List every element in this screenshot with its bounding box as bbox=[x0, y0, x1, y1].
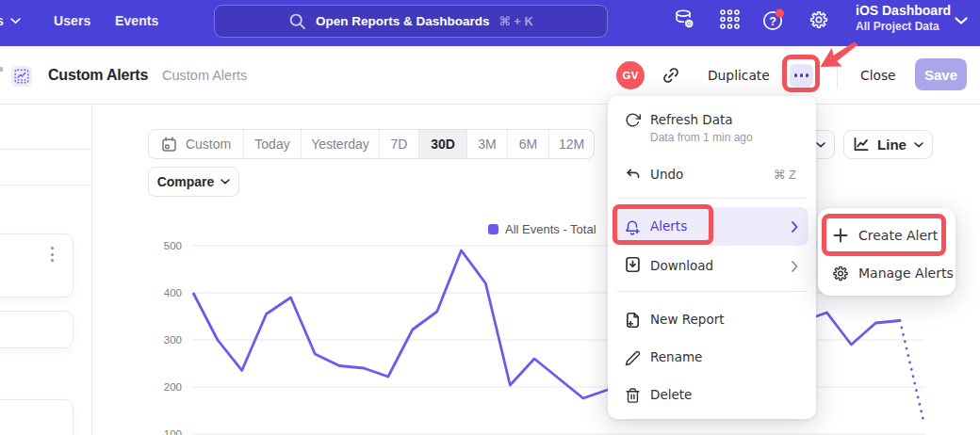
undo-icon bbox=[624, 166, 641, 183]
report-header: Custom Alerts Custom Alerts GV Duplicate… bbox=[0, 46, 980, 105]
project-scope: All Project Data bbox=[856, 20, 951, 33]
chevron-right-icon bbox=[792, 261, 798, 272]
help-icon: ? bbox=[761, 8, 786, 32]
nav-item-boards-partial[interactable]: s bbox=[0, 0, 21, 41]
legend-label: All Events - Total bbox=[505, 222, 596, 236]
help-button[interactable]: ? bbox=[761, 8, 786, 32]
save-button[interactable]: Save bbox=[915, 58, 967, 90]
svg-text:?: ? bbox=[769, 14, 776, 27]
more-options-menu: Refresh Data Data from 1 min ago Undo ⌘ … bbox=[608, 96, 816, 419]
download-icon bbox=[624, 256, 641, 273]
svg-text:400: 400 bbox=[164, 287, 182, 298]
chevron-down-icon bbox=[220, 179, 230, 185]
menu-divider bbox=[616, 198, 808, 199]
database-icon bbox=[674, 8, 695, 30]
line-chart-icon bbox=[853, 137, 870, 153]
chevron-down-icon bbox=[10, 18, 21, 24]
sidebar-row-divider bbox=[0, 185, 92, 185]
gear-icon bbox=[808, 9, 829, 30]
share-link-button[interactable] bbox=[662, 66, 680, 85]
search-placeholder: Open Reports & Dashboards bbox=[316, 14, 490, 28]
keyboard-shortcut: ⌘ Z bbox=[773, 168, 796, 182]
calendar-icon bbox=[161, 137, 177, 153]
date-range-6m[interactable]: 6M bbox=[508, 130, 549, 158]
link-icon bbox=[662, 66, 680, 85]
report-icon bbox=[11, 66, 32, 87]
search-shortcut: ⌘ + K bbox=[499, 14, 533, 28]
kebab-menu-icon[interactable] bbox=[51, 247, 54, 262]
chart-type-dropdown[interactable]: Line bbox=[843, 130, 933, 159]
svg-text:500: 500 bbox=[164, 240, 182, 251]
menu-item-refresh-data[interactable]: Refresh Data Data from 1 min ago bbox=[608, 105, 816, 149]
date-range-today[interactable]: Today bbox=[244, 130, 302, 158]
breadcrumb: Custom Alerts bbox=[162, 46, 247, 105]
date-range-12m[interactable]: 12M bbox=[549, 130, 594, 158]
project-selector[interactable]: iOS Dashboard All Project Data bbox=[856, 3, 951, 33]
top-navbar: s Users Events Open Reports & Dashboards… bbox=[0, 0, 980, 46]
sidebar-card[interactable] bbox=[0, 399, 74, 435]
avatar[interactable]: GV bbox=[616, 61, 645, 89]
date-range-30d[interactable]: 30D bbox=[419, 130, 467, 158]
pencil-icon bbox=[624, 349, 641, 366]
svg-text:300: 300 bbox=[164, 334, 182, 346]
sidebar-card[interactable] bbox=[0, 311, 74, 348]
chevron-right-icon bbox=[792, 221, 798, 233]
submenu-item-manage-alerts[interactable]: Manage Alerts bbox=[818, 254, 956, 292]
chevron-down-icon bbox=[955, 17, 968, 25]
sidebar-card[interactable] bbox=[0, 234, 74, 298]
chevron-down-icon bbox=[816, 142, 825, 148]
refresh-icon bbox=[624, 111, 641, 128]
date-range-control: Custom Today Yesterday 7D 30D 3M 6M 12M bbox=[148, 129, 595, 159]
date-range-7d[interactable]: 7D bbox=[380, 130, 419, 158]
sidebar-row-divider bbox=[0, 149, 92, 150]
project-name: iOS Dashboard bbox=[856, 3, 951, 18]
date-range-yesterday[interactable]: Yesterday bbox=[302, 130, 380, 158]
annotation-box-more-button bbox=[782, 55, 820, 92]
menu-item-download[interactable]: Download bbox=[608, 249, 816, 284]
gear-icon bbox=[832, 265, 849, 282]
query-builder-sidebar bbox=[0, 105, 92, 435]
apps-grid-icon bbox=[719, 8, 741, 30]
insights-chart-icon bbox=[14, 69, 29, 84]
data-management-button[interactable] bbox=[672, 8, 696, 32]
compare-button[interactable]: Compare bbox=[148, 167, 239, 197]
menu-item-sublabel: Data from 1 min ago bbox=[650, 131, 753, 144]
trash-icon bbox=[624, 387, 641, 404]
annotation-box-alerts bbox=[612, 204, 713, 245]
menu-item-new-report[interactable]: New Report bbox=[608, 302, 816, 338]
nav-item-events[interactable]: Events bbox=[115, 0, 159, 41]
search-bar[interactable]: Open Reports & Dashboards ⌘ + K bbox=[214, 5, 608, 38]
header-divider bbox=[837, 60, 838, 89]
nav-item-users[interactable]: Users bbox=[54, 0, 90, 41]
new-report-icon bbox=[624, 312, 641, 329]
menu-item-undo[interactable]: Undo ⌘ Z bbox=[608, 162, 816, 196]
close-button[interactable]: Close bbox=[860, 46, 896, 105]
search-icon bbox=[288, 12, 306, 30]
app-window: 100200300400500 All Events - Total Custo… bbox=[0, 0, 980, 435]
annotation-box-create-alert bbox=[822, 214, 946, 256]
svg-text:200: 200 bbox=[164, 381, 182, 393]
apps-grid-button[interactable] bbox=[717, 8, 742, 32]
date-range-custom[interactable]: Custom bbox=[149, 130, 244, 158]
legend-swatch bbox=[488, 224, 498, 234]
notification-dot bbox=[776, 8, 784, 17]
page-title: Custom Alerts bbox=[48, 46, 148, 105]
menu-divider bbox=[616, 291, 808, 292]
menu-item-delete[interactable]: Delete bbox=[608, 378, 816, 413]
chart-legend: All Events - Total bbox=[488, 222, 596, 236]
settings-button[interactable] bbox=[807, 8, 831, 32]
edge-mark bbox=[0, 67, 3, 72]
menu-item-rename[interactable]: Rename bbox=[608, 340, 816, 376]
chevron-down-icon bbox=[914, 142, 923, 148]
svg-text:100: 100 bbox=[164, 428, 182, 435]
date-range-3m[interactable]: 3M bbox=[467, 130, 508, 158]
